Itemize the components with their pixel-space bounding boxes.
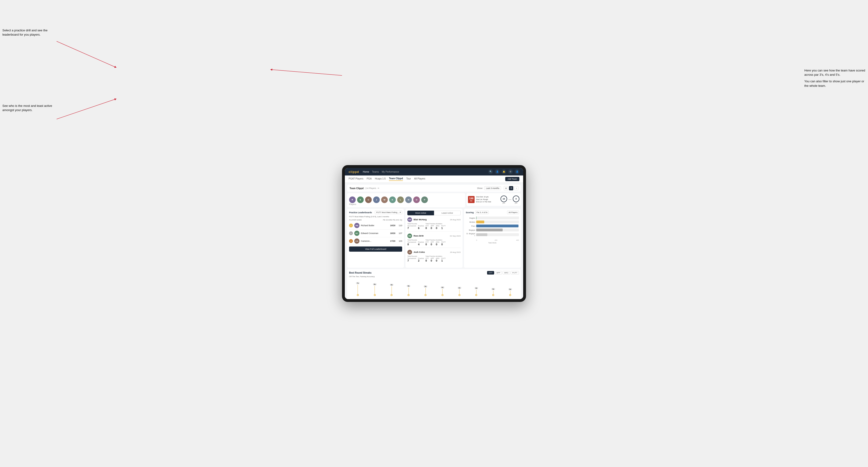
bar-label-dbogeys: D. Bogeys + — [466, 232, 475, 237]
tab-least-active[interactable]: Least Active — [434, 211, 461, 215]
svg-line-0 — [57, 41, 116, 67]
subnav-hcaps[interactable]: Hcaps 1-5 — [375, 177, 386, 181]
scoring-filter-players[interactable]: All Players — [507, 211, 519, 214]
bar-fill-dbogeys — [476, 233, 487, 236]
players-card: R E C J M K L N O P Players — [347, 193, 465, 207]
bar-row-bogeys: Bogeys 311 — [466, 228, 519, 231]
lb-avg-3: 103 — [399, 240, 402, 242]
player-avatar-1[interactable]: R — [349, 196, 356, 203]
lb-row-1[interactable]: 1 RB Richard Butler 19/20 110 — [349, 222, 402, 229]
bar-row-birdies: Birdies 96 — [466, 220, 519, 223]
nav-links: Home Teams My Performance — [363, 170, 485, 174]
grid-view-icon[interactable]: ⊞ — [504, 186, 508, 190]
lb-rank-1: 1 — [349, 224, 353, 227]
lb-row-2[interactable]: 2 EC Edward Crossman 18/20 107 — [349, 229, 402, 237]
player-avatar-2[interactable]: E — [357, 196, 364, 203]
tablet: clippd Home Teams My Performance 🔍 👤 🔔 ⚙… — [342, 165, 526, 302]
pa-avatar-2[interactable]: RB — [407, 234, 412, 238]
add-team-button[interactable]: Add Team — [505, 177, 519, 181]
shot-circles: 16 yds — 0 yds — [500, 195, 519, 204]
activity-card: Most Active Least Active BM Blair McHarg… — [405, 209, 462, 268]
tab-putt[interactable]: PUTT — [511, 271, 519, 275]
tablet-screen: clippd Home Teams My Performance 🔍 👤 🔔 ⚙… — [345, 168, 523, 299]
lb-name-1: Richard Butler — [361, 224, 389, 227]
lb-avg-2: 107 — [399, 232, 402, 235]
bar-fill-birdies — [476, 220, 484, 223]
pa-total-rounds-2: Total Rounds Tournament 8 Practice 4 — [407, 239, 424, 246]
bar-label-bogeys: Bogeys — [466, 229, 475, 231]
show-dropdown[interactable]: Last 3 months — [484, 186, 501, 190]
player-avatar-7[interactable]: L — [397, 196, 404, 203]
view-full-leaderboard-button[interactable]: View Full Leaderboard — [349, 247, 402, 252]
drill-dropdown[interactable]: PUTT Must Make Putting ... ▾ — [375, 211, 402, 214]
activity-tabs: Most Active Least Active — [407, 211, 460, 215]
bar-fill-eagles — [476, 217, 476, 219]
sort-view-icon[interactable]: ↕ — [514, 186, 519, 190]
lb-score-2: 18/20 — [390, 232, 396, 235]
player-avatar-9[interactable]: O — [413, 196, 420, 203]
svg-line-1 — [57, 99, 116, 119]
pa-name-2: Rees Britt — [413, 235, 424, 237]
lb-col-name: PLAYER NAME — [349, 219, 382, 221]
player-avatar-3[interactable]: C — [365, 196, 372, 203]
leaderboard-subtitle: PUTT Must Make Putting (3-6 ft), Last 3 … — [349, 216, 402, 218]
bar-label-eagles: Eagles — [466, 217, 475, 219]
pa-stats-1: Total Rounds Tournament 7 Practice 6 — [407, 223, 460, 229]
streaks-title: Best Round Streaks — [349, 272, 371, 274]
lb-avatar-2: EC — [354, 231, 360, 236]
bell-icon[interactable]: 🔔 — [501, 169, 506, 174]
subnav-all-players[interactable]: All Players — [414, 177, 425, 181]
players-label: Players — [349, 203, 463, 206]
tab-app[interactable]: APP — [495, 271, 502, 275]
pa-date-2: 02 Sep 2023 — [450, 235, 460, 237]
pa-header-2: RB Rees Britt 02 Sep 2023 — [407, 234, 460, 238]
pa-avatar-1[interactable]: BM — [407, 217, 412, 222]
tab-most-active[interactable]: Most Active — [407, 211, 434, 215]
axis-200: 200 — [495, 239, 497, 241]
player-avatar-5[interactable]: M — [381, 196, 388, 203]
subnav-team-clippd[interactable]: Team Clippd — [389, 177, 403, 181]
nav-teams[interactable]: Teams — [372, 170, 379, 174]
player-avatar-6[interactable]: K — [389, 196, 396, 203]
streaks-chart: 7x 6x 6x — [349, 280, 519, 299]
pa-avatar-3[interactable]: JC — [407, 250, 412, 254]
player-avatar-4[interactable]: J — [373, 196, 380, 203]
three-col: Practice Leaderboards PUTT Must Make Put… — [347, 209, 521, 268]
lb-row-3[interactable]: 3 CA Cameron... 17/20 103 — [349, 237, 402, 245]
profile-icon[interactable]: 👤 — [515, 169, 519, 174]
leaderboard-header: Practice Leaderboards PUTT Must Make Put… — [349, 211, 402, 214]
player-avatar-10[interactable]: P — [421, 196, 428, 203]
axis-0: 0 — [476, 239, 477, 241]
subnav-pgat[interactable]: PGAT Players — [349, 177, 363, 181]
settings-icon[interactable]: ⚙ — [508, 169, 513, 174]
tab-arg[interactable]: ARG — [503, 271, 510, 275]
bar-track-bogeys: 311 — [476, 228, 519, 231]
bar-track-birdies: 96 — [476, 220, 519, 223]
bar-label-birdies: Birdies — [466, 221, 475, 223]
player-avatar-8[interactable]: N — [405, 196, 412, 203]
leaderboard-title: Practice Leaderboards — [349, 211, 372, 214]
pa-date-1: 26 Aug 2023 — [450, 219, 461, 221]
pa-total-rounds-1: Total Rounds Tournament 7 Practice 6 — [407, 223, 424, 229]
user-icon[interactable]: 👤 — [495, 169, 500, 174]
list-view-icon[interactable]: ☰ — [509, 186, 513, 190]
nav-logo: clippd — [349, 170, 359, 174]
subnav-tour[interactable]: Tour — [406, 177, 411, 181]
subnav-pga[interactable]: PGA — [367, 177, 371, 181]
nav-home[interactable]: Home — [363, 170, 369, 174]
edit-icon[interactable]: ✏ — [378, 187, 379, 189]
shot-badge: 198 SC — [468, 196, 474, 203]
players-row: R E C J M K L N O P — [349, 196, 463, 203]
annotation-top-left: Select a practice drill and see the lead… — [2, 28, 54, 37]
pa-header-1: BM Blair McHarg 26 Aug 2023 — [407, 217, 460, 222]
tab-ott[interactable]: OTT — [487, 271, 494, 275]
search-icon[interactable]: 🔍 — [488, 169, 493, 174]
scoring-filter-par[interactable]: Par 3, 4 & 5s — [475, 211, 489, 214]
nav-performance[interactable]: My Performance — [382, 170, 399, 174]
axis-400: 400 — [516, 239, 519, 241]
lb-score-3: 17/20 — [390, 240, 396, 242]
streaks-tabs: OTT APP ARG PUTT — [487, 271, 519, 275]
view-icons: ⊞ ☰ ↕ — [504, 186, 519, 190]
lb-col-avg: PB AVG SQ — [393, 219, 402, 221]
player-activity-2: RB Rees Britt 02 Sep 2023 Total Rounds T… — [407, 234, 460, 248]
